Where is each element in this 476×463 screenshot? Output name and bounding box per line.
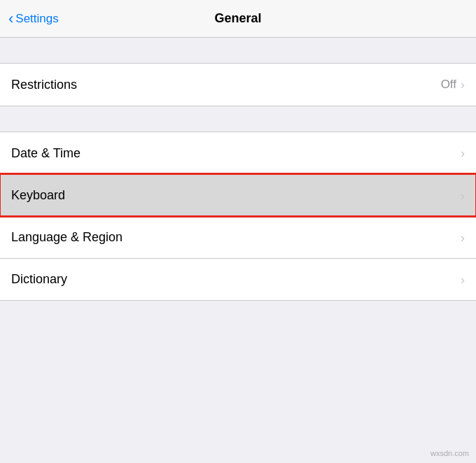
keyboard-row[interactable]: Keyboard › (0, 174, 476, 216)
keyboard-chevron-icon: › (461, 190, 465, 202)
restrictions-row[interactable]: Restrictions Off › (0, 64, 476, 106)
restrictions-chevron-icon: › (461, 78, 465, 91)
restrictions-right: Off › (441, 78, 465, 92)
page-title: General (214, 11, 261, 26)
date-time-label: Date & Time (11, 146, 80, 161)
chevron-back-icon: ‹ (8, 11, 13, 27)
dictionary-label: Dictionary (11, 272, 67, 287)
section-spacer-top (0, 38, 476, 63)
dictionary-row[interactable]: Dictionary › (0, 258, 476, 300)
language-region-right: › (461, 232, 465, 244)
restrictions-group: Restrictions Off › (0, 63, 476, 106)
keyboard-right: › (461, 190, 465, 202)
restrictions-value: Off (441, 78, 456, 92)
navigation-bar: ‹ Settings General (0, 0, 476, 38)
date-time-right: › (461, 147, 465, 159)
language-region-label: Language & Region (11, 230, 122, 245)
date-time-row[interactable]: Date & Time › (0, 132, 476, 174)
language-region-chevron-icon: › (461, 232, 465, 244)
watermark: wxsdn.com (430, 449, 469, 457)
date-time-chevron-icon: › (461, 147, 465, 159)
dictionary-chevron-icon: › (461, 273, 465, 286)
dictionary-right: › (461, 273, 465, 286)
back-button[interactable]: ‹ Settings (8, 11, 59, 27)
language-region-row[interactable]: Language & Region › (0, 216, 476, 258)
general-settings-group: Date & Time › Keyboard › Language & Regi… (0, 131, 476, 301)
keyboard-label: Keyboard (11, 188, 65, 203)
back-label: Settings (15, 12, 58, 26)
section-spacer-middle (0, 106, 476, 131)
restrictions-label: Restrictions (11, 78, 77, 92)
